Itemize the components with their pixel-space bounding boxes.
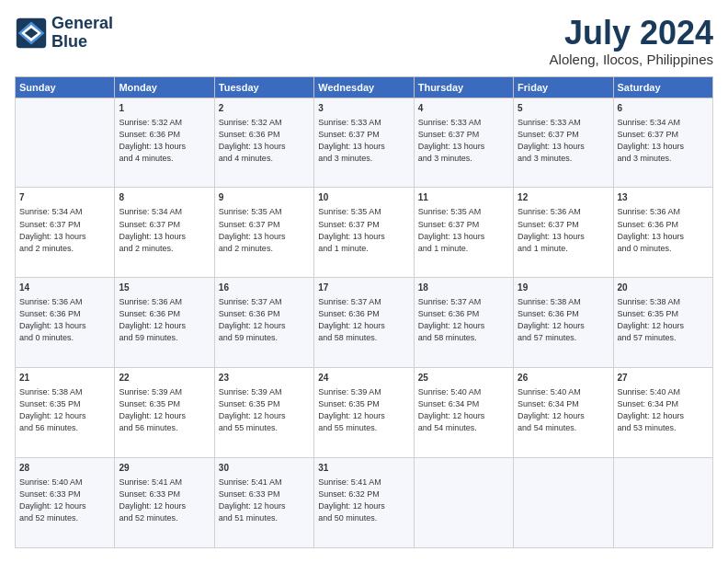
day-number: 10 [318,191,409,204]
col-friday: Friday [514,76,613,98]
day-number: 4 [418,102,509,115]
logo: General Blue [15,15,113,52]
calendar-cell: 1Sunrise: 5:32 AM Sunset: 6:36 PM Daylig… [115,98,214,188]
day-info: Sunrise: 5:33 AM Sunset: 6:37 PM Dayligh… [418,117,509,165]
page: General Blue July 2024 Aloleng, Ilocos, … [0,0,728,563]
calendar-cell: 5Sunrise: 5:33 AM Sunset: 6:37 PM Daylig… [514,98,613,188]
day-info: Sunrise: 5:34 AM Sunset: 6:37 PM Dayligh… [618,117,709,165]
calendar-cell: 29Sunrise: 5:41 AM Sunset: 6:33 PM Dayli… [115,458,214,548]
calendar-cell: 9Sunrise: 5:35 AM Sunset: 6:37 PM Daylig… [214,188,313,278]
calendar-cell: 14Sunrise: 5:36 AM Sunset: 6:36 PM Dayli… [16,278,115,368]
day-info: Sunrise: 5:32 AM Sunset: 6:36 PM Dayligh… [219,117,310,165]
calendar-cell: 13Sunrise: 5:36 AM Sunset: 6:36 PM Dayli… [613,188,712,278]
day-info: Sunrise: 5:38 AM Sunset: 6:35 PM Dayligh… [19,386,110,434]
logo-icon [15,17,48,50]
calendar-cell: 16Sunrise: 5:37 AM Sunset: 6:36 PM Dayli… [214,278,313,368]
calendar-cell: 3Sunrise: 5:33 AM Sunset: 6:37 PM Daylig… [314,98,414,188]
logo-line1: General [51,15,113,33]
calendar-cell: 19Sunrise: 5:38 AM Sunset: 6:36 PM Dayli… [514,278,613,368]
calendar-cell: 11Sunrise: 5:35 AM Sunset: 6:37 PM Dayli… [414,188,513,278]
day-number: 3 [318,102,409,115]
day-number: 6 [618,102,709,115]
calendar-cell [414,458,513,548]
header: General Blue July 2024 Aloleng, Ilocos, … [15,15,713,67]
calendar-cell: 30Sunrise: 5:41 AM Sunset: 6:33 PM Dayli… [214,458,313,548]
calendar-cell [613,458,712,548]
day-number: 29 [119,462,210,475]
calendar-cell: 28Sunrise: 5:40 AM Sunset: 6:33 PM Dayli… [16,458,115,548]
calendar-cell: 18Sunrise: 5:37 AM Sunset: 6:36 PM Dayli… [414,278,513,368]
day-info: Sunrise: 5:37 AM Sunset: 6:36 PM Dayligh… [318,296,409,344]
calendar-header: Sunday Monday Tuesday Wednesday Thursday… [16,76,713,98]
day-info: Sunrise: 5:41 AM Sunset: 6:32 PM Dayligh… [318,477,409,524]
day-number: 22 [119,372,210,385]
logo-line2: Blue [51,33,113,52]
calendar-cell: 25Sunrise: 5:40 AM Sunset: 6:34 PM Dayli… [414,368,513,458]
day-number: 27 [618,372,709,385]
calendar-week-4: 21Sunrise: 5:38 AM Sunset: 6:35 PM Dayli… [16,368,713,458]
col-saturday: Saturday [613,76,712,98]
day-number: 24 [318,372,409,385]
day-info: Sunrise: 5:32 AM Sunset: 6:36 PM Dayligh… [119,117,210,165]
calendar-cell: 22Sunrise: 5:39 AM Sunset: 6:35 PM Dayli… [115,368,214,458]
calendar-cell: 4Sunrise: 5:33 AM Sunset: 6:37 PM Daylig… [414,98,513,188]
day-number: 23 [219,372,310,385]
calendar-cell: 15Sunrise: 5:36 AM Sunset: 6:36 PM Dayli… [115,278,214,368]
calendar-cell: 27Sunrise: 5:40 AM Sunset: 6:34 PM Dayli… [613,368,712,458]
day-number: 25 [418,372,509,385]
calendar-week-1: 1Sunrise: 5:32 AM Sunset: 6:36 PM Daylig… [16,98,713,188]
day-number: 9 [219,191,310,204]
day-info: Sunrise: 5:39 AM Sunset: 6:35 PM Dayligh… [219,386,310,434]
day-info: Sunrise: 5:40 AM Sunset: 6:34 PM Dayligh… [618,386,709,434]
day-number: 30 [219,462,310,475]
calendar-cell: 23Sunrise: 5:39 AM Sunset: 6:35 PM Dayli… [214,368,313,458]
col-tuesday: Tuesday [214,76,313,98]
day-info: Sunrise: 5:40 AM Sunset: 6:34 PM Dayligh… [518,386,609,434]
day-number: 2 [219,102,310,115]
main-title: July 2024 [550,15,713,52]
day-number: 7 [19,191,110,204]
day-info: Sunrise: 5:39 AM Sunset: 6:35 PM Dayligh… [119,386,210,434]
calendar-week-3: 14Sunrise: 5:36 AM Sunset: 6:36 PM Dayli… [16,278,713,368]
calendar-cell: 31Sunrise: 5:41 AM Sunset: 6:32 PM Dayli… [314,458,414,548]
day-number: 21 [19,372,110,385]
col-sunday: Sunday [16,76,115,98]
day-info: Sunrise: 5:36 AM Sunset: 6:36 PM Dayligh… [19,296,110,344]
day-number: 19 [518,282,609,294]
day-number: 11 [418,191,509,204]
calendar-cell: 10Sunrise: 5:35 AM Sunset: 6:37 PM Dayli… [314,188,414,278]
day-number: 15 [119,282,210,294]
day-info: Sunrise: 5:35 AM Sunset: 6:37 PM Dayligh… [418,206,509,254]
day-info: Sunrise: 5:37 AM Sunset: 6:36 PM Dayligh… [219,296,310,344]
subtitle: Aloleng, Ilocos, Philippines [550,52,713,67]
day-number: 31 [318,462,409,475]
col-wednesday: Wednesday [314,76,414,98]
calendar-cell [514,458,613,548]
day-info: Sunrise: 5:35 AM Sunset: 6:37 PM Dayligh… [219,206,310,254]
calendar-cell: 24Sunrise: 5:39 AM Sunset: 6:35 PM Dayli… [314,368,414,458]
calendar-week-5: 28Sunrise: 5:40 AM Sunset: 6:33 PM Dayli… [16,458,713,548]
day-info: Sunrise: 5:38 AM Sunset: 6:35 PM Dayligh… [618,296,709,344]
day-number: 16 [219,282,310,294]
calendar-cell: 12Sunrise: 5:36 AM Sunset: 6:37 PM Dayli… [514,188,613,278]
day-number: 28 [19,462,110,475]
day-number: 1 [119,102,210,115]
day-number: 26 [518,372,609,385]
day-info: Sunrise: 5:36 AM Sunset: 6:36 PM Dayligh… [618,206,709,254]
day-info: Sunrise: 5:39 AM Sunset: 6:35 PM Dayligh… [318,386,409,434]
title-block: July 2024 Aloleng, Ilocos, Philippines [550,15,713,67]
calendar-table: Sunday Monday Tuesday Wednesday Thursday… [15,76,713,548]
day-info: Sunrise: 5:40 AM Sunset: 6:33 PM Dayligh… [19,477,110,524]
day-info: Sunrise: 5:38 AM Sunset: 6:36 PM Dayligh… [518,296,609,344]
day-number: 13 [618,191,709,204]
day-number: 18 [418,282,509,294]
calendar-week-2: 7Sunrise: 5:34 AM Sunset: 6:37 PM Daylig… [16,188,713,278]
day-info: Sunrise: 5:36 AM Sunset: 6:36 PM Dayligh… [119,296,210,344]
calendar-cell: 8Sunrise: 5:34 AM Sunset: 6:37 PM Daylig… [115,188,214,278]
day-number: 8 [119,191,210,204]
calendar-cell: 21Sunrise: 5:38 AM Sunset: 6:35 PM Dayli… [16,368,115,458]
header-row: Sunday Monday Tuesday Wednesday Thursday… [16,76,713,98]
calendar-body: 1Sunrise: 5:32 AM Sunset: 6:36 PM Daylig… [16,98,713,547]
calendar-cell: 7Sunrise: 5:34 AM Sunset: 6:37 PM Daylig… [16,188,115,278]
col-monday: Monday [115,76,214,98]
